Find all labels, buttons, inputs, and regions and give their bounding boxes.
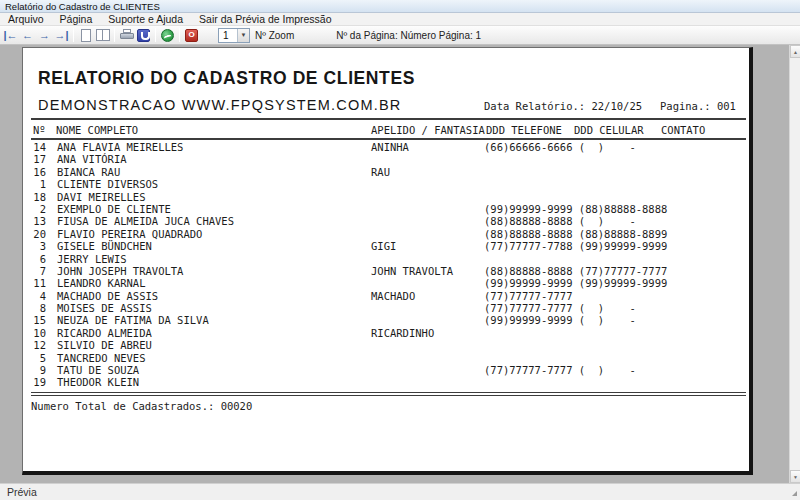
cell-phones: (77)77777-7788 (99)99999-9999 bbox=[484, 240, 667, 252]
report-date: Data Relatório.: 22/10/25 bbox=[484, 100, 642, 112]
cell-name: EXEMPLO DE CLIENTE bbox=[57, 203, 171, 215]
table-row: 10RICARDO ALMEIDARICARDINHO bbox=[23, 327, 754, 339]
cell-phones: (88)88888-8888 ( ) - bbox=[484, 215, 636, 227]
print-button[interactable] bbox=[118, 27, 135, 43]
cell-name: CLIENTE DIVERSOS bbox=[57, 178, 158, 190]
cell-number: 16 bbox=[31, 166, 46, 178]
cell-number: 3 bbox=[31, 240, 46, 252]
table-row: 3GISELE BÜNDCHENGIGI(77)77777-7788 (99)9… bbox=[23, 240, 754, 252]
table-row: 1CLIENTE DIVERSOS bbox=[23, 178, 754, 190]
cell-number: 1 bbox=[31, 178, 46, 190]
cell-phones: (66)66666-6666 ( ) - bbox=[484, 141, 636, 153]
report-footer: Numero Total de Cadastrados.: 00020 bbox=[31, 400, 252, 412]
cell-name: MOISES DE ASSIS bbox=[57, 302, 152, 314]
cell-number: 13 bbox=[31, 215, 46, 227]
previous-page-button[interactable]: ← bbox=[19, 27, 36, 43]
table-row: 13FIUSA DE ALMEIDA JUCA CHAVES(88)88888-… bbox=[23, 215, 754, 227]
chevron-down-icon[interactable]: ▼ bbox=[237, 29, 249, 42]
resize-grip bbox=[792, 491, 797, 496]
cell-nickname: MACHADO bbox=[371, 290, 415, 302]
cell-nickname: JOHN TRAVOLTA bbox=[371, 265, 453, 277]
toolbar-separator bbox=[73, 28, 74, 42]
menu-suporte-ajuda[interactable]: Suporte e Ajuda bbox=[100, 13, 191, 26]
cell-name: FIUSA DE ALMEIDA JUCA CHAVES bbox=[57, 215, 234, 227]
table-row: 2EXEMPLO DE CLIENTE(99)99999-9999 (88)88… bbox=[23, 203, 754, 215]
column-header-nome: NOME COMPLETO bbox=[56, 124, 138, 136]
cell-phones: (77)77777-7777 bbox=[484, 290, 579, 302]
table-header: Nº NOME COMPLETO APELIDO / FANTASIA DDD … bbox=[23, 124, 754, 137]
menu-sair-previa[interactable]: Sair da Prévia de Impressão bbox=[191, 13, 339, 26]
vertical-scrollbar[interactable]: ▲ ▼ bbox=[789, 45, 800, 483]
table-row: 16BIANCA RAURAU bbox=[23, 166, 754, 178]
cell-name: ANA VITÓRIA bbox=[57, 153, 127, 165]
zoom-value: 1 bbox=[219, 30, 237, 41]
cell-phones: (99)99999-9999 ( ) - bbox=[484, 314, 636, 326]
total-divider bbox=[31, 392, 746, 396]
cell-number: 11 bbox=[31, 277, 46, 289]
zoom-label: Nº Zoom bbox=[255, 30, 294, 41]
cell-phones: (88)88888-8888 (77)77777-7777 bbox=[484, 265, 667, 277]
cell-nickname: RAU bbox=[371, 166, 390, 178]
title-bar: Relatório do Cadastro de CLIENTES bbox=[0, 0, 800, 13]
zoom-select[interactable]: 1 ▼ bbox=[218, 28, 250, 43]
table-row: 5TANCREDO NEVES bbox=[23, 352, 754, 364]
cell-name: FLAVIO PEREIRA QUADRADO bbox=[57, 228, 202, 240]
table-row: 6JERRY LEWIS bbox=[23, 253, 754, 265]
report-title: RELATORIO DO CADASTRO DE CLIENTES bbox=[38, 68, 415, 89]
cell-number: 7 bbox=[31, 265, 46, 277]
table-row: 12SILVIO DE ABREU bbox=[23, 339, 754, 351]
report-page: RELATORIO DO CADASTRO DE CLIENTES DEMONS… bbox=[22, 47, 753, 475]
app-window: Relatório do Cadastro de CLIENTES Arquiv… bbox=[0, 0, 800, 500]
first-page-icon: |← bbox=[3, 30, 17, 41]
column-header-apelido: APELIDO / FANTASIA bbox=[371, 124, 485, 136]
cell-name: DAVI MEIRELLES bbox=[57, 191, 146, 203]
cell-nickname: GIGI bbox=[371, 240, 396, 252]
exit-preview-button[interactable]: O bbox=[183, 27, 200, 43]
last-page-button[interactable]: →| bbox=[53, 27, 70, 43]
cell-name: LEANDRO KARNAL bbox=[57, 277, 146, 289]
toolbar-separator bbox=[114, 28, 115, 42]
report-subtitle: DEMONSTRACAO WWW.FPQSYSTEM.COM.BR bbox=[38, 97, 401, 113]
cell-number: 15 bbox=[31, 314, 46, 326]
next-page-icon: → bbox=[39, 30, 50, 41]
cell-name: JERRY LEWIS bbox=[57, 253, 127, 265]
toolbar-separator bbox=[179, 28, 180, 42]
cell-number: 14 bbox=[31, 141, 46, 153]
scroll-down-icon[interactable]: ▼ bbox=[790, 470, 800, 483]
column-header-num: Nº bbox=[33, 124, 46, 136]
print-setup-icon bbox=[137, 29, 150, 42]
cell-number: 4 bbox=[31, 290, 46, 302]
cell-phones: (99)99999-9999 (99)99999-9999 bbox=[484, 277, 667, 289]
table-row: 15NEUZA DE FATIMA DA SILVA(99)99999-9999… bbox=[23, 314, 754, 326]
toolbar: |← ← → →| O bbox=[0, 26, 800, 45]
cell-name: THEODOR KLEIN bbox=[57, 376, 139, 388]
page-info-label: Nº da Página: Número Página: 1 bbox=[336, 30, 481, 41]
cell-name: MACHADO DE ASSIS bbox=[57, 290, 158, 302]
cell-name: NEUZA DE FATIMA DA SILVA bbox=[57, 314, 209, 326]
cell-name: ANA FLAVIA MEIRELLES bbox=[57, 141, 183, 153]
table-row: 9TATU DE SOUZA(77)77777-7777 ( ) - bbox=[23, 364, 754, 376]
export-button[interactable] bbox=[159, 27, 176, 43]
cell-nickname: RICARDINHO bbox=[371, 327, 434, 339]
first-page-button[interactable]: |← bbox=[2, 27, 19, 43]
cell-phones: (77)77777-7777 ( ) - bbox=[484, 302, 636, 314]
status-bar: Prévia bbox=[0, 483, 800, 500]
single-page-view-button[interactable] bbox=[77, 27, 94, 43]
table-row: 8MOISES DE ASSIS(77)77777-7777 ( ) - bbox=[23, 302, 754, 314]
two-page-view-button[interactable] bbox=[94, 27, 111, 43]
menu-pagina[interactable]: Página bbox=[52, 13, 101, 26]
cell-number: 18 bbox=[31, 191, 46, 203]
table-row: 7JOHN JOSEPH TRAVOLTAJOHN TRAVOLTA(88)88… bbox=[23, 265, 754, 277]
report-rows: 14ANA FLAVIA MEIRELLESANINHA(66)66666-66… bbox=[23, 141, 754, 389]
table-row: 17ANA VITÓRIA bbox=[23, 153, 754, 165]
cell-number: 6 bbox=[31, 253, 46, 265]
menu-arquivo[interactable]: Arquivo bbox=[0, 13, 52, 26]
print-setup-button[interactable] bbox=[135, 27, 152, 43]
next-page-button[interactable]: → bbox=[36, 27, 53, 43]
printer-icon bbox=[120, 29, 134, 41]
table-row: 4MACHADO DE ASSISMACHADO(77)77777-7777 bbox=[23, 290, 754, 302]
cell-name: GISELE BÜNDCHEN bbox=[57, 240, 152, 252]
previous-page-icon: ← bbox=[22, 30, 33, 41]
cell-number: 8 bbox=[31, 302, 46, 314]
scroll-up-icon[interactable]: ▲ bbox=[790, 45, 800, 58]
